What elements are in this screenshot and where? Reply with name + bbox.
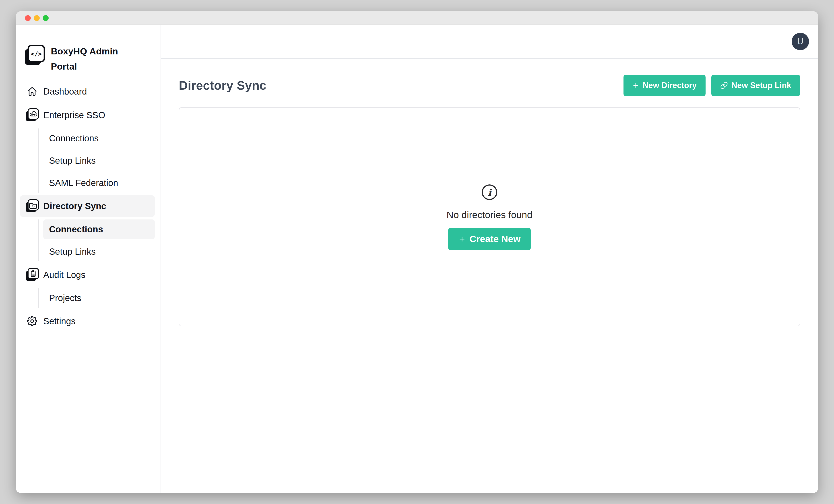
sidebar: </> BoxyHQ Admin Portal Dashboard: [16, 25, 161, 493]
topbar: U: [161, 25, 818, 59]
sidebar-item-enterprise-sso[interactable]: Enterprise SSO: [20, 104, 155, 126]
minimize-window-button[interactable]: [34, 15, 40, 21]
keycap-cloud-key-icon: [25, 108, 39, 122]
sidebar-item-label: Settings: [43, 316, 75, 326]
page-header: Directory Sync New Directory: [179, 74, 800, 96]
sidebar-subgroup-enterprise-sso: Connections Setup Links SAML Federation: [38, 128, 155, 193]
app-logo[interactable]: </> BoxyHQ Admin Portal: [16, 44, 160, 74]
button-label: New Directory: [643, 81, 697, 90]
sidebar-nav: Dashboard En: [16, 81, 160, 334]
main-area: U Directory Sync New Directory: [161, 25, 818, 493]
app-body: </> BoxyHQ Admin Portal Dashboard: [16, 25, 818, 493]
button-label: Create New: [469, 234, 521, 244]
directories-empty-card: i No directories found Create New: [179, 107, 800, 326]
app-title: BoxyHQ Admin Portal: [51, 44, 129, 74]
button-label: New Setup Link: [731, 81, 791, 90]
sidebar-item-dsync-setup-links[interactable]: Setup Links: [43, 242, 155, 261]
home-icon: [25, 85, 39, 98]
sidebar-item-label: Setup Links: [49, 156, 96, 166]
sidebar-item-audit-logs[interactable]: Audit Logs: [20, 264, 155, 285]
page-content: Directory Sync New Directory: [161, 59, 818, 326]
empty-state-message: No directories found: [447, 210, 532, 220]
sidebar-item-dashboard[interactable]: Dashboard: [20, 81, 155, 102]
svg-text:i: i: [488, 187, 492, 198]
create-new-button[interactable]: Create New: [448, 228, 531, 250]
sidebar-item-label: SAML Federation: [49, 178, 118, 188]
sidebar-item-label: Dashboard: [43, 87, 87, 96]
gear-icon: [25, 314, 39, 328]
new-directory-button[interactable]: New Directory: [623, 75, 706, 96]
sidebar-item-projects[interactable]: Projects: [43, 288, 155, 308]
app-window: </> BoxyHQ Admin Portal Dashboard: [16, 12, 818, 493]
user-avatar-button[interactable]: U: [792, 33, 809, 50]
sidebar-item-label: Directory Sync: [43, 201, 106, 211]
plus-icon: [459, 236, 466, 243]
sidebar-item-label: Connections: [49, 224, 103, 234]
keycap-folder-sync-icon: [25, 199, 39, 213]
svg-text:</>: </>: [31, 50, 42, 57]
sidebar-item-label: Projects: [49, 293, 81, 303]
sidebar-item-label: Setup Links: [49, 247, 96, 257]
page-actions: New Directory New Setup Link: [623, 75, 800, 96]
sidebar-item-label: Audit Logs: [43, 270, 85, 280]
sidebar-item-label: Connections: [49, 133, 98, 144]
sidebar-item-sso-setup-links[interactable]: Setup Links: [43, 151, 155, 170]
info-icon: i: [481, 183, 498, 201]
new-setup-link-button[interactable]: New Setup Link: [711, 75, 800, 96]
page-title: Directory Sync: [179, 78, 266, 92]
keycap-clipboard-icon: [25, 268, 39, 281]
sidebar-item-dsync-connections[interactable]: Connections: [43, 219, 155, 239]
sidebar-item-label: Enterprise SSO: [43, 110, 105, 120]
sidebar-subgroup-directory-sync: Connections Setup Links: [38, 219, 155, 261]
sidebar-item-saml-federation[interactable]: SAML Federation: [43, 173, 155, 193]
sidebar-item-directory-sync[interactable]: Directory Sync: [20, 195, 155, 217]
window-titlebar: [16, 12, 818, 25]
avatar-letter: U: [797, 37, 803, 46]
link-icon: [720, 82, 728, 89]
sidebar-item-sso-connections[interactable]: Connections: [43, 128, 155, 148]
boxyhq-logo-icon: </>: [24, 45, 45, 66]
zoom-window-button[interactable]: [43, 15, 49, 21]
sidebar-item-settings[interactable]: Settings: [20, 310, 155, 332]
close-window-button[interactable]: [25, 15, 31, 21]
sidebar-subgroup-audit-logs: Projects: [38, 288, 155, 308]
plus-icon: [632, 82, 639, 89]
